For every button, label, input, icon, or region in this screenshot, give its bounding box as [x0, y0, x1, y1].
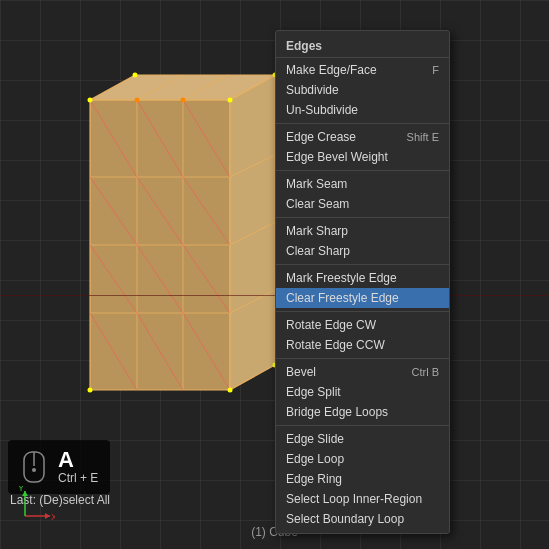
menu-item-mark-seam[interactable]: Mark Seam — [276, 174, 449, 194]
shortcut-keys-container: A Ctrl + E — [58, 449, 98, 485]
separator-5 — [276, 311, 449, 312]
svg-point-26 — [228, 98, 233, 103]
mouse-icon — [20, 448, 48, 486]
menu-item-label: Edge Loop — [286, 452, 344, 466]
menu-item-label: Select Boundary Loop — [286, 512, 404, 526]
menu-item-clear-seam[interactable]: Clear Seam — [276, 194, 449, 214]
menu-item-edge-crease[interactable]: Edge Crease Shift E — [276, 127, 449, 147]
separator-3 — [276, 217, 449, 218]
separator-1 — [276, 123, 449, 124]
separator-4 — [276, 264, 449, 265]
menu-item-select-boundary-loop[interactable]: Select Boundary Loop — [276, 509, 449, 529]
menu-item-un-subdivide[interactable]: Un-Subdivide — [276, 100, 449, 120]
svg-point-29 — [88, 388, 93, 393]
menu-title: Edges — [276, 35, 449, 58]
menu-item-clear-sharp[interactable]: Clear Sharp — [276, 241, 449, 261]
menu-item-shortcut: F — [432, 64, 439, 76]
separator-7 — [276, 425, 449, 426]
menu-item-label: Rotate Edge CW — [286, 318, 376, 332]
menu-item-edge-ring[interactable]: Edge Ring — [276, 469, 449, 489]
menu-item-bridge-edge-loops[interactable]: Bridge Edge Loops — [276, 402, 449, 422]
context-menu: Edges Make Edge/Face F Subdivide Un-Subd… — [275, 30, 450, 534]
menu-item-shortcut: Ctrl B — [412, 366, 440, 378]
menu-item-select-loop-inner-region[interactable]: Select Loop Inner-Region — [276, 489, 449, 509]
menu-item-rotate-edge-cw[interactable]: Rotate Edge CW — [276, 315, 449, 335]
svg-point-30 — [228, 388, 233, 393]
svg-point-28 — [133, 73, 138, 78]
menu-item-label: Un-Subdivide — [286, 103, 358, 117]
menu-item-mark-sharp[interactable]: Mark Sharp — [276, 221, 449, 241]
menu-item-label: Edge Crease — [286, 130, 356, 144]
menu-item-label: Rotate Edge CCW — [286, 338, 385, 352]
mesh-object — [60, 60, 250, 400]
menu-item-label: Edge Slide — [286, 432, 344, 446]
separator-2 — [276, 170, 449, 171]
menu-item-edge-slide[interactable]: Edge Slide — [276, 429, 449, 449]
menu-item-label: Mark Sharp — [286, 224, 348, 238]
menu-item-edge-split[interactable]: Edge Split — [276, 382, 449, 402]
svg-point-33 — [181, 98, 186, 103]
menu-item-label: Bridge Edge Loops — [286, 405, 388, 419]
menu-item-make-edge-face[interactable]: Make Edge/Face F — [276, 60, 449, 80]
menu-item-label: Subdivide — [286, 83, 339, 97]
shortcut-combo-key: Ctrl + E — [58, 471, 98, 485]
mesh-svg — [60, 60, 280, 420]
menu-item-edge-bevel-weight[interactable]: Edge Bevel Weight — [276, 147, 449, 167]
menu-item-label: Edge Bevel Weight — [286, 150, 388, 164]
svg-point-32 — [135, 98, 140, 103]
svg-point-36 — [32, 468, 36, 472]
svg-marker-38 — [45, 513, 50, 519]
svg-point-25 — [88, 98, 93, 103]
separator-6 — [276, 358, 449, 359]
menu-item-edge-loop[interactable]: Edge Loop — [276, 449, 449, 469]
menu-item-label: Edge Ring — [286, 472, 342, 486]
menu-item-bevel[interactable]: Bevel Ctrl B — [276, 362, 449, 382]
menu-item-label: Mark Freestyle Edge — [286, 271, 397, 285]
shortcut-main-key: A — [58, 449, 98, 471]
menu-item-label: Bevel — [286, 365, 316, 379]
menu-item-label: Clear Sharp — [286, 244, 350, 258]
svg-text:X: X — [51, 512, 55, 522]
menu-item-rotate-edge-ccw[interactable]: Rotate Edge CCW — [276, 335, 449, 355]
menu-item-shortcut: Shift E — [407, 131, 439, 143]
menu-item-label: Make Edge/Face — [286, 63, 377, 77]
menu-item-subdivide[interactable]: Subdivide — [276, 80, 449, 100]
axis-indicator: X Y — [15, 486, 55, 529]
viewport: Edges Make Edge/Face F Subdivide Un-Subd… — [0, 0, 549, 549]
menu-item-label: Clear Freestyle Edge — [286, 291, 399, 305]
menu-item-label: Mark Seam — [286, 177, 347, 191]
menu-item-clear-freestyle-edge[interactable]: Clear Freestyle Edge — [276, 288, 449, 308]
menu-item-label: Clear Seam — [286, 197, 349, 211]
menu-item-label: Select Loop Inner-Region — [286, 492, 422, 506]
menu-item-label: Edge Split — [286, 385, 341, 399]
menu-item-mark-freestyle-edge[interactable]: Mark Freestyle Edge — [276, 268, 449, 288]
svg-marker-1 — [230, 75, 275, 390]
svg-text:Y: Y — [18, 486, 24, 493]
